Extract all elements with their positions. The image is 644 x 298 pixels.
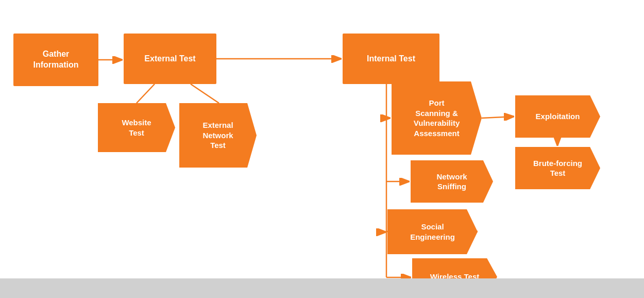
website-test-node: WebsiteTest — [98, 103, 175, 152]
brute-forcing-node: Brute-forcingTest — [515, 147, 600, 189]
internal-test-node: Internal Test — [343, 34, 439, 84]
svg-line-11 — [482, 117, 514, 118]
network-sniffing-node: NetworkSniffing — [411, 160, 493, 203]
social-engineering-node: SocialEngineering — [387, 209, 478, 254]
gather-information-node: Gather Information — [13, 34, 98, 86]
svg-line-4 — [191, 84, 219, 103]
diagram-container: Gather Information External Test Interna… — [0, 0, 644, 278]
svg-line-3 — [137, 84, 155, 103]
external-test-node: External Test — [124, 34, 216, 84]
external-network-test-node: ExternalNetworkTest — [179, 103, 257, 168]
bottom-bar — [0, 278, 644, 298]
port-scanning-node: PortScanning &VulnerabilityAssessment — [392, 81, 482, 155]
exploitation-node: Exploitation — [515, 95, 600, 138]
